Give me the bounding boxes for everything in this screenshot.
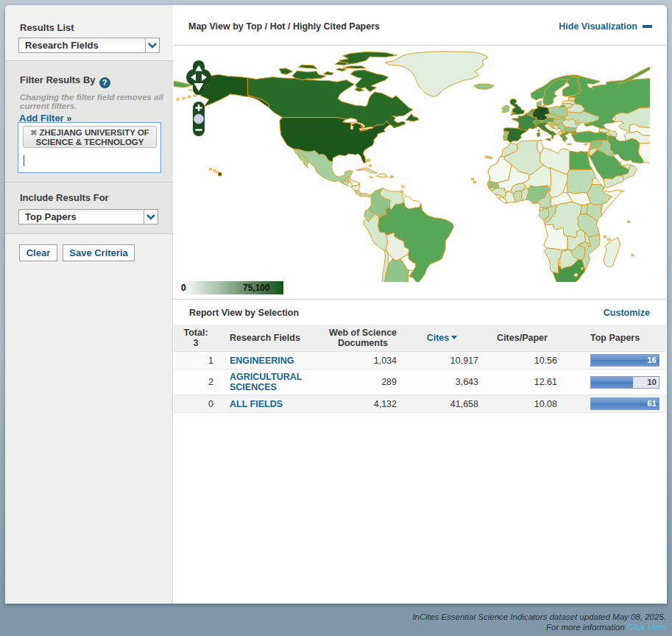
svg-text:0: 0 — [181, 283, 186, 293]
svg-text:75,100: 75,100 — [243, 283, 270, 293]
